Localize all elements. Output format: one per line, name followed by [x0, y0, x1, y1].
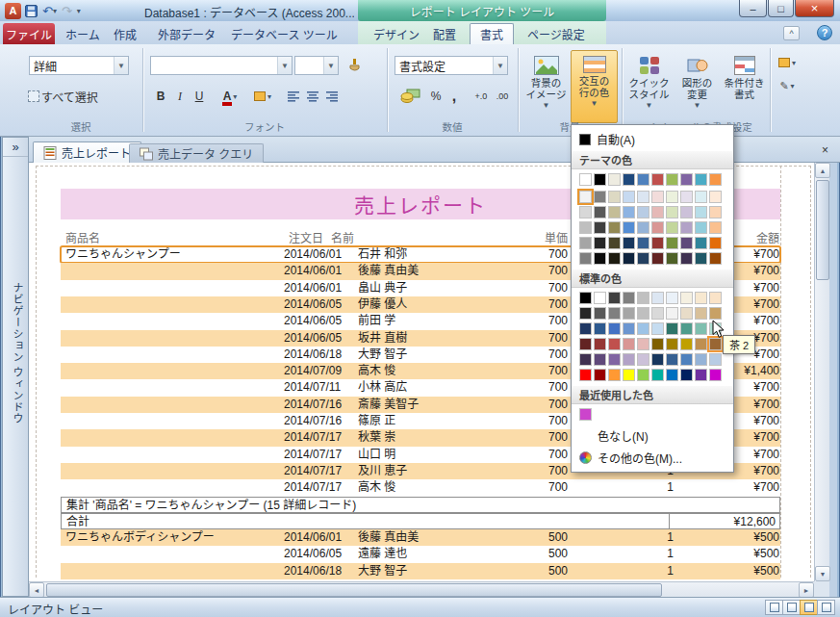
- color-swatch[interactable]: [666, 206, 678, 219]
- color-swatch[interactable]: [680, 322, 693, 335]
- color-swatch[interactable]: [594, 252, 606, 265]
- document-close-icon[interactable]: ×: [818, 142, 832, 157]
- font-color-button[interactable]: A▾: [216, 87, 244, 106]
- color-swatch[interactable]: [623, 173, 635, 186]
- color-swatch[interactable]: [651, 237, 664, 249]
- color-swatch[interactable]: [709, 307, 722, 320]
- color-swatch[interactable]: [594, 173, 606, 186]
- color-swatch[interactable]: [666, 307, 678, 320]
- color-swatch[interactable]: [666, 173, 678, 186]
- color-swatch[interactable]: [637, 322, 649, 335]
- color-swatch[interactable]: [695, 369, 707, 381]
- color-swatch[interactable]: [680, 173, 693, 186]
- color-swatch[interactable]: [623, 221, 635, 234]
- table-row[interactable]: 2014/06/05遠藤 達也5001¥500: [61, 546, 780, 562]
- color-swatch[interactable]: [608, 369, 621, 381]
- color-swatch[interactable]: [666, 338, 678, 350]
- color-swatch[interactable]: [651, 338, 664, 350]
- color-swatch[interactable]: [579, 191, 592, 203]
- color-swatch[interactable]: [623, 322, 635, 335]
- color-swatch[interactable]: [709, 292, 722, 304]
- color-swatch[interactable]: [637, 353, 649, 366]
- color-swatch[interactable]: [637, 221, 649, 234]
- nav-expand-button[interactable]: »: [3, 138, 28, 157]
- color-swatch[interactable]: [695, 206, 707, 219]
- color-swatch[interactable]: [623, 338, 635, 350]
- chevron-down-icon[interactable]: ▼: [323, 57, 338, 74]
- align-left-button[interactable]: [285, 87, 302, 106]
- close-button[interactable]: ×: [795, 0, 834, 17]
- color-swatch[interactable]: [594, 237, 606, 249]
- select-all-button[interactable]: すべて選択: [27, 87, 99, 106]
- color-swatch[interactable]: [680, 206, 693, 219]
- color-swatch[interactable]: [637, 307, 649, 320]
- quick-style-button[interactable]: クイック スタイル ▼: [625, 50, 673, 123]
- nav-pane-title[interactable]: ナビゲーション ウィンドウ: [10, 282, 25, 424]
- color-swatch[interactable]: [651, 252, 664, 265]
- color-swatch[interactable]: [637, 338, 649, 350]
- color-swatch[interactable]: [680, 369, 693, 381]
- decrease-decimal-button[interactable]: .00: [493, 87, 512, 106]
- color-swatch[interactable]: [594, 191, 606, 203]
- color-swatch[interactable]: [695, 307, 707, 320]
- color-swatch[interactable]: [680, 292, 693, 304]
- color-swatch[interactable]: [666, 252, 678, 265]
- color-swatch[interactable]: [623, 206, 635, 219]
- tab-external-data[interactable]: 外部データ: [148, 23, 225, 44]
- color-swatch[interactable]: [651, 322, 664, 335]
- column-header-price[interactable]: 単価: [491, 231, 568, 246]
- color-swatch[interactable]: [579, 206, 592, 219]
- color-swatch[interactable]: [651, 307, 664, 320]
- color-swatch[interactable]: [666, 369, 678, 381]
- format-painter-button[interactable]: [343, 56, 366, 75]
- color-swatch[interactable]: [579, 221, 592, 234]
- color-swatch[interactable]: [608, 322, 621, 335]
- color-swatch[interactable]: [709, 206, 722, 219]
- color-swatch[interactable]: [695, 338, 707, 350]
- font-size-combo[interactable]: ▼: [294, 56, 339, 75]
- color-swatch[interactable]: [594, 221, 606, 234]
- horizontal-scrollbar[interactable]: ◄ ►: [29, 581, 814, 597]
- italic-button[interactable]: I: [171, 87, 189, 106]
- table-row[interactable]: ワニちゃんボディシャンプー2014/06/01後藤 真由美5001¥500: [61, 529, 780, 546]
- background-image-button[interactable]: 背景の イメージ ▼: [523, 50, 569, 123]
- color-swatch[interactable]: [637, 369, 649, 381]
- color-swatch[interactable]: [579, 307, 592, 320]
- selection-combo[interactable]: 詳細▼: [29, 56, 129, 75]
- color-swatch[interactable]: [651, 292, 664, 304]
- color-swatch[interactable]: [709, 237, 722, 249]
- color-swatch[interactable]: [637, 206, 649, 219]
- color-swatch[interactable]: [680, 338, 693, 350]
- undo-dropdown-icon[interactable]: ▾: [53, 7, 57, 15]
- align-center-button[interactable]: [304, 87, 321, 106]
- color-swatch[interactable]: [608, 353, 621, 366]
- color-swatch[interactable]: [594, 338, 606, 350]
- color-swatch[interactable]: [695, 221, 707, 234]
- view-print-preview-button[interactable]: [782, 600, 801, 615]
- tab-format[interactable]: 書式: [470, 23, 514, 44]
- color-swatch[interactable]: [666, 191, 678, 203]
- tab-home[interactable]: ホーム: [56, 23, 110, 44]
- color-swatch[interactable]: [594, 292, 606, 304]
- color-swatch[interactable]: [594, 322, 606, 335]
- color-swatch[interactable]: [666, 292, 678, 304]
- color-swatch[interactable]: [608, 173, 621, 186]
- color-swatch[interactable]: [680, 221, 693, 234]
- color-swatch[interactable]: [623, 292, 635, 304]
- tab-create[interactable]: 作成: [104, 23, 146, 44]
- color-swatch[interactable]: [608, 237, 621, 249]
- color-swatch[interactable]: [695, 191, 707, 203]
- minimize-button[interactable]: –: [739, 0, 767, 17]
- color-swatch[interactable]: [666, 237, 678, 249]
- color-swatch[interactable]: [579, 353, 592, 366]
- color-swatch[interactable]: [637, 173, 649, 186]
- color-swatch[interactable]: [637, 292, 649, 304]
- color-swatch[interactable]: [579, 292, 592, 304]
- color-swatch[interactable]: [623, 353, 635, 366]
- color-swatch[interactable]: [651, 369, 664, 381]
- color-swatch[interactable]: [579, 338, 592, 350]
- view-report-button[interactable]: [765, 600, 783, 615]
- color-swatch[interactable]: [623, 307, 635, 320]
- maximize-button[interactable]: □: [768, 0, 794, 17]
- color-swatch[interactable]: [579, 237, 592, 249]
